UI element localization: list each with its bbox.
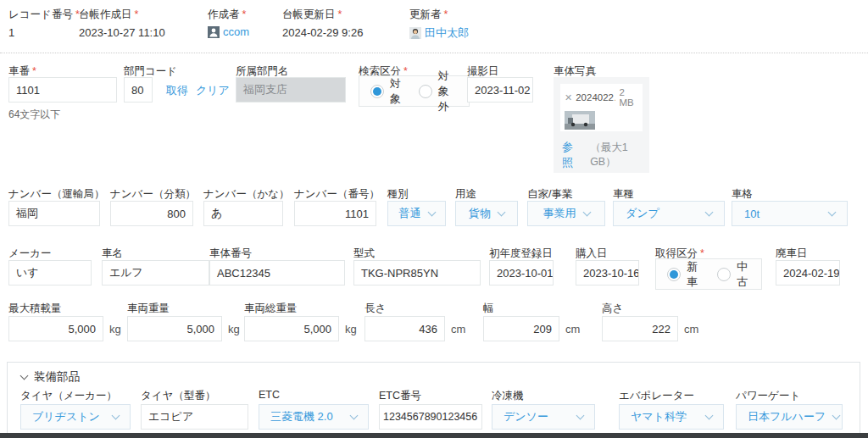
plate-kana-input[interactable]: あ	[203, 201, 283, 226]
browse-link[interactable]: 参照	[562, 140, 581, 170]
tire-maker-label: タイヤ（メーカー）	[20, 389, 117, 403]
height-input[interactable]: 222	[602, 316, 678, 341]
refrigerator-value: デンソー	[504, 409, 548, 424]
tire-model-input[interactable]: エコピア	[141, 404, 248, 430]
height-unit: cm	[684, 323, 698, 335]
vehicle-class-label: 車格	[732, 187, 753, 202]
updated-at-label: 台帳更新日*	[282, 8, 342, 22]
radio-option-taishou[interactable]: 対象	[370, 76, 402, 107]
evaporator-label: エバポレーター	[619, 389, 694, 403]
updater-link[interactable]: 田中太郎	[425, 26, 469, 39]
required-mark: *	[444, 8, 448, 20]
acquisition-category-radio-group: 新車 中古	[655, 258, 762, 290]
updater-value: 田中太郎	[409, 25, 469, 42]
vehicle-type-value: ダンプ	[626, 206, 659, 221]
width-label: 幅	[483, 302, 494, 316]
chevron-down-icon	[705, 411, 714, 419]
user-icon	[208, 26, 220, 41]
disposal-date-label: 廃車日	[776, 247, 808, 261]
model-input[interactable]: TKG-NPR85YN	[353, 260, 481, 286]
chevron-down-icon	[427, 208, 436, 216]
bottom-edge-bar	[0, 433, 868, 438]
dept-code-input[interactable]: 80	[124, 77, 153, 103]
maker-input[interactable]: いすゞ	[8, 260, 92, 286]
updated-at-value: 2024-02-29 9:26	[282, 26, 363, 39]
etc-dropdown[interactable]: 三菱電機 2.0	[259, 404, 369, 430]
dept-get-button[interactable]: 取得	[166, 83, 188, 98]
usage-value: 貨物	[469, 206, 491, 221]
length-input[interactable]: 436	[364, 316, 445, 341]
tire-model-label: タイヤ（型番）	[141, 389, 215, 403]
purchase-date-label: 購入日	[576, 247, 608, 261]
vehicle-weight-input[interactable]: 5,000	[127, 316, 222, 341]
vehicle-class-dropdown[interactable]: 10t	[732, 201, 848, 226]
chevron-down-icon	[832, 411, 841, 419]
etc-value: 三菱電機 2.0	[270, 409, 333, 424]
required-mark: *	[32, 65, 36, 77]
dept-name-input: 福岡支店	[236, 77, 346, 103]
record-number-label: レコード番号*	[8, 8, 80, 22]
maker-label: メーカー	[8, 247, 52, 261]
created-at-value: 2023-10-27 11:10	[79, 26, 165, 39]
updater-label: 更新者*	[409, 8, 448, 22]
creator-value: ccom	[208, 25, 249, 41]
file-name[interactable]: 2024022…	[576, 92, 615, 103]
evaporator-dropdown[interactable]: ヤマト科学	[619, 404, 724, 430]
length-unit: cm	[451, 323, 465, 335]
refrigerator-label: 冷凍機	[492, 389, 524, 403]
plate-bureau-input[interactable]: 福岡	[8, 201, 100, 226]
private-business-value: 事業用	[543, 206, 576, 221]
tire-maker-value: ブリヂストン	[32, 409, 100, 424]
vehicle-no-input[interactable]: 1101	[8, 77, 117, 103]
power-gate-dropdown[interactable]: 日本フルハーフ	[736, 404, 843, 430]
private-business-label: 自家/事業	[527, 187, 572, 202]
private-business-dropdown[interactable]: 事業用	[527, 201, 605, 226]
car-name-input[interactable]: エルフ	[102, 260, 209, 286]
dept-clear-button[interactable]: クリア	[196, 83, 230, 98]
usage-dropdown[interactable]: 貨物	[455, 201, 518, 226]
width-input[interactable]: 209	[483, 316, 559, 341]
evaporator-value: ヤマト科学	[631, 409, 687, 424]
chevron-down-icon	[576, 411, 585, 419]
body-number-label: 車体番号	[209, 247, 252, 261]
tire-maker-dropdown[interactable]: ブリヂストン	[20, 404, 131, 430]
photo-date-input[interactable]: 2023-11-02	[467, 77, 533, 103]
vehicle-photo-attachment: ✕ 2024022… 2 MB 参照 （最大1 GB）	[554, 77, 649, 173]
radio-option-taishougai[interactable]: 対象外	[419, 69, 458, 114]
created-at-label: 台帳作成日*	[79, 8, 138, 22]
chevron-down-icon	[498, 208, 506, 216]
vehicle-no-hint: 64文字以下	[8, 108, 60, 122]
body-number-input[interactable]: ABC12345	[209, 260, 345, 286]
car-name-label: 車名	[102, 247, 123, 261]
max-load-input[interactable]: 5,000	[8, 316, 103, 341]
radio-option-chuko[interactable]: 中古	[717, 259, 750, 290]
radio-selected-icon	[370, 85, 384, 98]
chevron-down-icon	[582, 208, 591, 216]
equipment-group-title[interactable]: 装備部品	[34, 369, 80, 385]
vehicle-weight-unit: kg	[228, 323, 240, 335]
plate-number-input[interactable]: 1101	[294, 201, 376, 226]
vehicle-ledger-form: レコード番号* 1 台帳作成日* 2023-10-27 11:10 作成者* c…	[0, 0, 868, 438]
chevron-down-icon	[828, 208, 837, 216]
max-load-unit: kg	[109, 323, 121, 335]
vehicle-type-dropdown[interactable]: ダンプ	[613, 201, 725, 226]
plate-class-input[interactable]: 800	[110, 201, 193, 226]
disposal-date-input[interactable]: 2024-02-19	[776, 260, 840, 286]
remove-file-icon[interactable]: ✕	[565, 92, 572, 103]
purchase-date-input[interactable]: 2023-10-16	[576, 260, 639, 286]
power-gate-value: 日本フルハーフ	[748, 409, 826, 424]
refrigerator-dropdown[interactable]: デンソー	[492, 404, 595, 430]
radio-option-shinsha[interactable]: 新車	[667, 259, 700, 290]
vehicle-type-label: 車種	[613, 187, 634, 202]
vehicle-class-value: 10t	[744, 208, 760, 220]
truck-thumbnail[interactable]	[565, 111, 638, 133]
creator-link[interactable]: ccom	[223, 25, 249, 38]
etc-number-input[interactable]: 1234567890123456	[379, 404, 482, 430]
creator-label: 作成者*	[208, 8, 246, 22]
first-registration-input[interactable]: 2023-10-01	[489, 260, 554, 286]
gross-weight-input[interactable]: 5,000	[244, 316, 339, 341]
radio-unselected-icon	[419, 85, 432, 98]
type-dropdown[interactable]: 普通	[387, 201, 446, 226]
etc-label: ETC	[259, 389, 280, 401]
first-registration-label: 初年度登録日	[489, 247, 553, 261]
